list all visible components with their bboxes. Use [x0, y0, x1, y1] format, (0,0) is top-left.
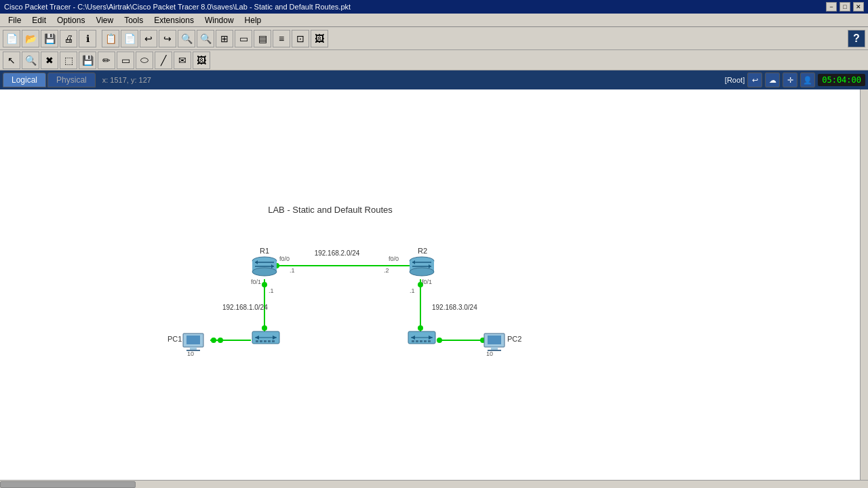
- minimize-button[interactable]: −: [826, 2, 837, 12]
- svg-text:10: 10: [187, 350, 194, 357]
- svg-rect-61: [420, 340, 422, 342]
- menu-tools[interactable]: Tools: [119, 14, 149, 26]
- save-tool[interactable]: 💾: [79, 52, 96, 69]
- select-tool[interactable]: ↖: [3, 52, 20, 69]
- menu-options[interactable]: Options: [52, 14, 90, 26]
- image-tool[interactable]: 🖼: [193, 52, 210, 69]
- svg-marker-57: [411, 336, 415, 340]
- svg-marker-49: [273, 336, 277, 340]
- svg-marker-58: [429, 336, 433, 340]
- svg-point-13: [437, 338, 442, 343]
- mode-tabs: Logical Physical x: 1517, y: 127: [3, 73, 157, 87]
- pencil-tool[interactable]: ✏: [98, 52, 115, 69]
- clock: 05:04:00: [818, 74, 865, 86]
- svg-rect-67: [186, 350, 200, 351]
- svg-text:192.168.1.0/24: 192.168.1.0/24: [222, 304, 268, 311]
- main-toolbar: 📄 📂 💾 🖨 ℹ 📋 📄 ↩ ↪ 🔍 🔍 ⊞ ▭ ▤ ≡ ⊡ 🖼 ?: [0, 27, 868, 50]
- horizontal-scrollbar[interactable]: [0, 480, 868, 488]
- svg-text:192.168.2.0/24: 192.168.2.0/24: [315, 249, 360, 257]
- menu-help[interactable]: Help: [239, 14, 267, 26]
- open-button[interactable]: 📂: [22, 30, 39, 47]
- rect-tool[interactable]: ▭: [117, 52, 134, 69]
- svg-marker-48: [255, 336, 259, 340]
- physical-tab[interactable]: Physical: [47, 73, 96, 87]
- delete-tool[interactable]: ✖: [41, 52, 58, 69]
- scroll-thumb[interactable]: [0, 481, 136, 488]
- restore-button[interactable]: □: [840, 2, 850, 12]
- cluster-button[interactable]: ☁: [765, 73, 780, 87]
- svg-point-14: [480, 338, 486, 343]
- save-button[interactable]: 💾: [41, 30, 58, 47]
- toolbar-btn5[interactable]: 🖼: [311, 30, 328, 47]
- svg-text:10: 10: [486, 350, 493, 357]
- main-workspace[interactable]: LAB - Static and Default Routes: [0, 89, 860, 480]
- svg-rect-70: [491, 347, 498, 350]
- svg-point-34: [252, 268, 277, 276]
- svg-text:.1: .1: [269, 287, 274, 294]
- svg-point-41: [410, 268, 434, 276]
- svg-text:R1: R1: [260, 247, 269, 255]
- svg-rect-46: [252, 331, 279, 344]
- titlebar: Cisco Packet Tracer - C:\Users\Airtrak\C…: [0, 0, 868, 14]
- svg-text:PC2: PC2: [507, 335, 521, 343]
- new-button[interactable]: 📄: [3, 30, 20, 47]
- svg-rect-71: [488, 350, 501, 351]
- svg-point-11: [418, 325, 423, 331]
- redo-button[interactable]: ↪: [159, 30, 176, 47]
- undo-button[interactable]: ↩: [140, 30, 157, 47]
- svg-text:f0/0: f0/0: [279, 256, 290, 262]
- svg-text:f0/1: f0/1: [251, 279, 261, 285]
- toolbar-btn2[interactable]: ▤: [254, 30, 271, 47]
- info-button[interactable]: ℹ: [79, 30, 96, 47]
- svg-rect-60: [416, 340, 418, 342]
- logical-tab[interactable]: Logical: [3, 73, 46, 87]
- svg-rect-50: [256, 340, 258, 342]
- svg-text:PC1: PC1: [167, 335, 182, 343]
- svg-marker-43: [429, 264, 431, 268]
- move-button[interactable]: ✛: [783, 73, 797, 87]
- svg-rect-40: [410, 261, 434, 272]
- search-tool[interactable]: 🔍: [22, 52, 39, 69]
- network-diagram: LAB - Static and Default Routes: [0, 89, 860, 480]
- svg-rect-51: [260, 340, 262, 342]
- menu-file[interactable]: File: [3, 14, 26, 26]
- svg-marker-36: [271, 264, 274, 268]
- svg-rect-68: [484, 333, 505, 347]
- print-button[interactable]: 🖨: [60, 30, 77, 47]
- toolbar-btn4[interactable]: ⊡: [292, 30, 309, 47]
- svg-text:.2: .2: [384, 267, 389, 274]
- content-area: LAB - Static and Default Routes: [0, 89, 868, 488]
- copy-button[interactable]: 📋: [102, 30, 119, 47]
- menu-view[interactable]: View: [90, 14, 119, 26]
- coordinates: x: 1517, y: 127: [97, 76, 157, 84]
- back-button[interactable]: ↩: [747, 73, 762, 87]
- menu-edit[interactable]: Edit: [26, 14, 52, 26]
- root-label: [Root]: [725, 76, 745, 84]
- window-controls: − □ ✕: [826, 2, 864, 12]
- svg-text:R2: R2: [418, 247, 427, 255]
- ellipse-tool[interactable]: ⬭: [136, 52, 153, 69]
- help-button[interactable]: ?: [848, 30, 865, 47]
- vertical-scrollbar[interactable]: [860, 89, 868, 480]
- svg-rect-59: [412, 340, 414, 342]
- text-tool[interactable]: ✉: [174, 52, 191, 69]
- zoom-in-button[interactable]: 🔍: [178, 30, 195, 47]
- user-button[interactable]: 👤: [800, 73, 815, 87]
- menubar: File Edit Options View Tools Extensions …: [0, 14, 868, 27]
- zoom-out-button[interactable]: 🔍: [197, 30, 214, 47]
- close-button[interactable]: ✕: [853, 2, 864, 12]
- menu-extensions[interactable]: Extensions: [149, 14, 199, 26]
- marquee-tool[interactable]: ⬚: [60, 52, 77, 69]
- svg-rect-52: [264, 340, 267, 342]
- title-text: Cisco Packet Tracer - C:\Users\Airtrak\C…: [4, 3, 351, 11]
- toolbar-btn3[interactable]: ≡: [273, 30, 290, 47]
- menu-window[interactable]: Window: [199, 14, 239, 26]
- paste-button[interactable]: 📄: [121, 30, 138, 47]
- svg-rect-53: [268, 340, 271, 342]
- zoom-fit-button[interactable]: ⊞: [216, 30, 233, 47]
- toolbar-btn1[interactable]: ▭: [235, 30, 252, 47]
- svg-point-32: [252, 257, 277, 265]
- svg-point-2: [412, 263, 418, 268]
- line-tool[interactable]: ╱: [155, 52, 172, 69]
- svg-point-10: [418, 282, 423, 287]
